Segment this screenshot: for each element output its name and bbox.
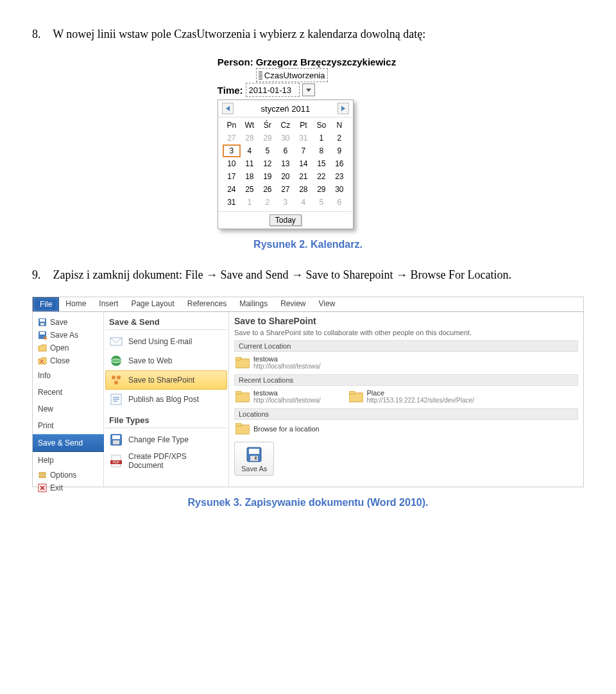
calendar-day-cell[interactable]: 15 [312, 157, 330, 170]
calendar-dow-cell: Pt [295, 119, 312, 132]
nav-save-as[interactable]: Save As [33, 329, 103, 342]
location-url: http://localhost/testowa/ [253, 397, 321, 404]
location-name: testowa [253, 389, 321, 397]
calendar-month-label: styczeń 2011 [261, 104, 311, 114]
calendar-day-cell[interactable]: 24 [223, 183, 241, 196]
calendar-next-button[interactable] [338, 103, 349, 114]
calendar-day-cell[interactable]: 3 [223, 144, 241, 157]
svg-rect-31 [235, 391, 241, 394]
calendar-day-cell[interactable]: 26 [259, 183, 277, 196]
option-label: Save to Web [128, 356, 172, 365]
nav-new[interactable]: New [33, 401, 103, 417]
option-save-to-sharepoint[interactable]: Save to SharePoint [105, 370, 227, 390]
svg-rect-7 [39, 473, 46, 474]
option-send-using-e-mail[interactable]: Send Using E-mail [105, 332, 227, 351]
svg-rect-37 [249, 449, 259, 454]
calendar-day-cell[interactable]: 23 [330, 170, 348, 183]
calendar-day-cell[interactable]: 27 [223, 132, 241, 144]
tab-insert[interactable]: Insert [92, 297, 124, 311]
calendar-day-cell[interactable]: 4 [241, 144, 259, 157]
tab-mailings[interactable]: Mailings [233, 297, 274, 311]
browse-location-item[interactable]: Browse for a location [234, 421, 578, 437]
nav-label: New [38, 404, 53, 413]
tab-references[interactable]: References [181, 297, 233, 311]
nav-label: Exit [50, 483, 63, 492]
nav-label: Save & Send [38, 438, 83, 447]
calendar-body: 2728293031123456789101112131415161718192… [223, 132, 348, 209]
location-name: Place [367, 389, 474, 397]
tab-home[interactable]: Home [59, 297, 92, 311]
time-dropdown-button[interactable] [302, 83, 315, 96]
calendar-day-cell[interactable]: 6 [330, 196, 348, 209]
current-location-item[interactable]: testowa http://localhost/testowa/ [234, 353, 578, 372]
calendar-day-cell[interactable]: 6 [277, 144, 295, 157]
calendar-day-cell[interactable]: 17 [223, 170, 241, 183]
tab-view[interactable]: View [312, 297, 342, 311]
field-name-box[interactable]: CzasUtworzenia [256, 68, 328, 82]
calendar-day-cell[interactable]: 28 [295, 183, 312, 196]
calendar-day-cell[interactable]: 5 [259, 144, 277, 157]
option-create-pdf-xps-document[interactable]: PDFCreate PDF/XPS Document [105, 449, 227, 473]
calendar-day-cell[interactable]: 27 [277, 183, 295, 196]
calendar-day-cell[interactable]: 3 [277, 196, 295, 209]
option-publish-as-blog-post[interactable]: Publish as Blog Post [105, 390, 227, 409]
recent-location-item[interactable]: Placehttp://153.19.222.142/sites/dev/Pla… [348, 387, 475, 406]
calendar-day-cell[interactable]: 19 [259, 170, 277, 183]
calendar-week-row: 3456789 [223, 144, 348, 157]
svg-rect-2 [40, 323, 44, 325]
chevron-right-icon [341, 106, 345, 111]
calendar-day-cell[interactable]: 1 [312, 132, 330, 144]
nav-options[interactable]: Options [33, 469, 103, 481]
calendar-day-cell[interactable]: 12 [259, 157, 277, 170]
calendar-today-button[interactable]: Today [270, 214, 302, 226]
nav-info[interactable]: Info [33, 367, 103, 384]
nav-exit[interactable]: Exit [33, 481, 103, 494]
nav-recent[interactable]: Recent [33, 384, 103, 401]
calendar-day-cell[interactable]: 22 [312, 170, 330, 183]
calendar-day-cell[interactable]: 29 [259, 132, 277, 144]
nav-print[interactable]: Print [33, 417, 103, 434]
calendar-week-row: 17181920212223 [223, 170, 348, 183]
calendar-day-cell[interactable]: 13 [277, 157, 295, 170]
nav-save[interactable]: Save [33, 316, 103, 329]
calendar-day-cell[interactable]: 29 [312, 183, 330, 196]
calendar-day-cell[interactable]: 30 [330, 183, 348, 196]
calendar-day-cell[interactable]: 7 [295, 144, 312, 157]
calendar-day-cell[interactable]: 18 [241, 170, 259, 183]
calendar-day-cell[interactable]: 20 [277, 170, 295, 183]
recent-location-item[interactable]: testowahttp://localhost/testowa/ [234, 387, 322, 406]
nav-open[interactable]: Open [33, 342, 103, 354]
nav-help[interactable]: Help [33, 452, 103, 469]
blog-icon [109, 392, 123, 406]
calendar-prev-button[interactable] [222, 103, 234, 114]
calendar-day-cell[interactable]: 31 [295, 132, 312, 144]
calendar-day-cell[interactable]: 9 [330, 144, 348, 157]
calendar-day-cell[interactable]: 1 [241, 196, 259, 209]
sharepoint-heading: Save to SharePoint [234, 316, 578, 326]
calendar-day-cell[interactable]: 25 [241, 183, 259, 196]
calendar-day-cell[interactable]: 14 [295, 157, 312, 170]
calendar-day-cell[interactable]: 28 [241, 132, 259, 144]
option-change-file-type[interactable]: Change File Type [105, 430, 227, 449]
calendar-day-cell[interactable]: 16 [330, 157, 348, 170]
save-as-button[interactable]: Save As [234, 442, 274, 476]
calendar-day-cell[interactable]: 5 [312, 196, 330, 209]
calendar-day-cell[interactable]: 8 [312, 144, 330, 157]
calendar-day-cell[interactable]: 21 [295, 170, 312, 183]
calendar-day-cell[interactable]: 11 [241, 157, 259, 170]
calendar-day-cell[interactable]: 30 [277, 132, 295, 144]
calendar-day-cell[interactable]: 31 [223, 196, 241, 209]
calendar-day-cell[interactable]: 2 [330, 132, 348, 144]
option-save-to-web[interactable]: Save to Web [105, 351, 227, 370]
tab-page-layout[interactable]: Page Layout [124, 297, 180, 311]
option-label: Publish as Blog Post [128, 395, 199, 404]
file-types-options: Change File TypePDFCreate PDF/XPS Docume… [105, 430, 227, 473]
nav-save-send[interactable]: Save & Send [33, 434, 104, 452]
time-input[interactable]: 2011-01-13 [246, 83, 300, 97]
nav-close[interactable]: Close [33, 354, 103, 367]
calendar-day-cell[interactable]: 2 [259, 196, 277, 209]
calendar-day-cell[interactable]: 4 [295, 196, 312, 209]
tab-file[interactable]: File [33, 297, 59, 311]
tab-review[interactable]: Review [274, 297, 312, 311]
calendar-day-cell[interactable]: 10 [223, 157, 241, 170]
